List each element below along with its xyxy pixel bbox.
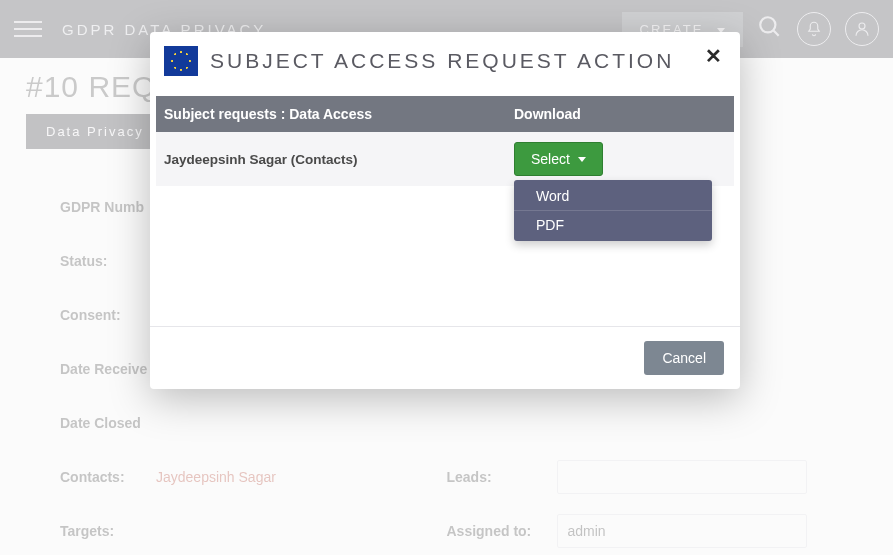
table-row: Jaydeepsinh Sagar (Contacts) Select Word… [156, 132, 734, 186]
select-dropdown: Word PDF [514, 180, 712, 241]
row-name: Jaydeepsinh Sagar (Contacts) [156, 152, 514, 167]
option-pdf[interactable]: PDF [514, 211, 712, 239]
option-word[interactable]: Word [514, 182, 712, 211]
cancel-button[interactable]: Cancel [644, 341, 724, 375]
header-download: Download [514, 106, 734, 122]
modal-title: SUBJECT ACCESS REQUEST ACTION [210, 49, 674, 73]
modal-dialog: SUBJECT ACCESS REQUEST ACTION ✕ Subject … [150, 32, 740, 389]
modal-table-header: Subject requests : Data Access Download [156, 96, 734, 132]
select-button-label: Select [531, 151, 570, 167]
chevron-down-icon [578, 157, 586, 162]
close-icon[interactable]: ✕ [705, 46, 722, 66]
header-subject: Subject requests : Data Access [156, 106, 514, 122]
eu-flag-icon [164, 46, 198, 76]
select-button[interactable]: Select [514, 142, 603, 176]
